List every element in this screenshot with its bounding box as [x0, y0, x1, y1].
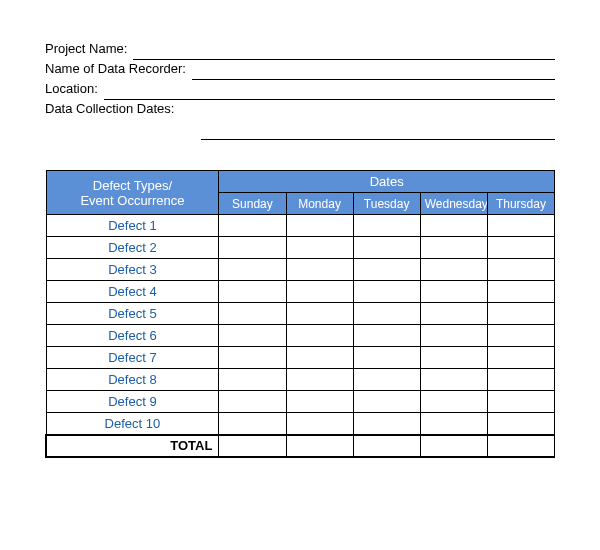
cell[interactable] [487, 413, 554, 435]
cell[interactable] [286, 259, 353, 281]
cell[interactable] [219, 237, 286, 259]
defect-name: Defect 7 [46, 347, 219, 369]
cell[interactable] [286, 391, 353, 413]
defect-name: Defect 3 [46, 259, 219, 281]
cell[interactable] [487, 391, 554, 413]
header-day-sunday: Sunday [219, 193, 286, 215]
cell[interactable] [219, 391, 286, 413]
page: Project Name: Name of Data Recorder: Loc… [0, 0, 600, 478]
cell[interactable] [219, 281, 286, 303]
cell[interactable] [420, 259, 487, 281]
cell[interactable] [487, 369, 554, 391]
header-day-monday: Monday [286, 193, 353, 215]
table-row: Defect 4 [46, 281, 555, 303]
cell[interactable] [420, 347, 487, 369]
table-row: Defect 5 [46, 303, 555, 325]
info-line-dates[interactable] [201, 125, 555, 140]
info-label-location: Location: [45, 79, 102, 100]
table-row: Defect 6 [46, 325, 555, 347]
cell[interactable] [353, 259, 420, 281]
header-day-tuesday: Tuesday [353, 193, 420, 215]
cell[interactable] [487, 347, 554, 369]
info-row-dates: Data Collection Dates: [45, 100, 555, 120]
cell[interactable] [353, 215, 420, 237]
defect-name: Defect 5 [46, 303, 219, 325]
cell[interactable] [353, 347, 420, 369]
cell[interactable] [353, 303, 420, 325]
total-cell [286, 435, 353, 457]
cell[interactable] [420, 369, 487, 391]
cell[interactable] [286, 215, 353, 237]
info-label-recorder: Name of Data Recorder: [45, 59, 190, 80]
header-day-thursday: Thursday [487, 193, 554, 215]
table-row: Defect 10 [46, 413, 555, 435]
cell[interactable] [487, 325, 554, 347]
cell[interactable] [353, 281, 420, 303]
header-dates: Dates [219, 171, 555, 193]
cell[interactable] [219, 369, 286, 391]
header-defect-types: Defect Types/ Event Occurrence [46, 171, 219, 215]
info-label-dates: Data Collection Dates: [45, 99, 178, 120]
cell[interactable] [353, 237, 420, 259]
table-row: Defect 3 [46, 259, 555, 281]
cell[interactable] [286, 303, 353, 325]
header-day-wednesday: Wednesday [420, 193, 487, 215]
defect-name: Defect 6 [46, 325, 219, 347]
cell[interactable] [420, 391, 487, 413]
table-row-total: TOTAL [46, 435, 555, 457]
total-label: TOTAL [46, 435, 219, 457]
cell[interactable] [219, 413, 286, 435]
info-label-project: Project Name: [45, 39, 131, 60]
cell[interactable] [353, 369, 420, 391]
header-defect-line1: Defect Types/ [93, 178, 172, 193]
tally-table: Defect Types/ Event Occurrence Dates Sun… [45, 170, 555, 458]
table-row: Defect 9 [46, 391, 555, 413]
defect-name: Defect 2 [46, 237, 219, 259]
cell[interactable] [286, 369, 353, 391]
info-line-recorder[interactable] [192, 65, 555, 80]
cell[interactable] [487, 281, 554, 303]
cell[interactable] [487, 303, 554, 325]
info-row-recorder: Name of Data Recorder: [45, 60, 555, 80]
cell[interactable] [487, 259, 554, 281]
cell[interactable] [420, 237, 487, 259]
cell[interactable] [420, 215, 487, 237]
cell[interactable] [420, 413, 487, 435]
total-cell [219, 435, 286, 457]
table-row: Defect 7 [46, 347, 555, 369]
cell[interactable] [353, 325, 420, 347]
cell[interactable] [420, 281, 487, 303]
cell[interactable] [286, 347, 353, 369]
header-defect-line2: Event Occurrence [80, 193, 184, 208]
info-block: Project Name: Name of Data Recorder: Loc… [45, 40, 555, 140]
defect-name: Defect 1 [46, 215, 219, 237]
cell[interactable] [353, 413, 420, 435]
cell[interactable] [219, 303, 286, 325]
cell[interactable] [219, 259, 286, 281]
info-line-location[interactable] [104, 85, 555, 100]
cell[interactable] [420, 325, 487, 347]
cell[interactable] [487, 237, 554, 259]
cell[interactable] [286, 281, 353, 303]
cell[interactable] [286, 237, 353, 259]
defect-name: Defect 10 [46, 413, 219, 435]
cell[interactable] [219, 347, 286, 369]
cell[interactable] [420, 303, 487, 325]
total-cell [353, 435, 420, 457]
defect-name: Defect 4 [46, 281, 219, 303]
info-line-project[interactable] [133, 45, 555, 60]
info-row-project: Project Name: [45, 40, 555, 60]
tally-body: Defect 1 Defect 2 Defect 3 Defect 4 Defe… [46, 215, 555, 457]
cell[interactable] [219, 325, 286, 347]
cell[interactable] [219, 215, 286, 237]
cell[interactable] [487, 215, 554, 237]
table-row: Defect 8 [46, 369, 555, 391]
defect-name: Defect 8 [46, 369, 219, 391]
cell[interactable] [353, 391, 420, 413]
info-row-location: Location: [45, 80, 555, 100]
defect-name: Defect 9 [46, 391, 219, 413]
table-row: Defect 2 [46, 237, 555, 259]
cell[interactable] [286, 413, 353, 435]
cell[interactable] [286, 325, 353, 347]
total-cell [420, 435, 487, 457]
